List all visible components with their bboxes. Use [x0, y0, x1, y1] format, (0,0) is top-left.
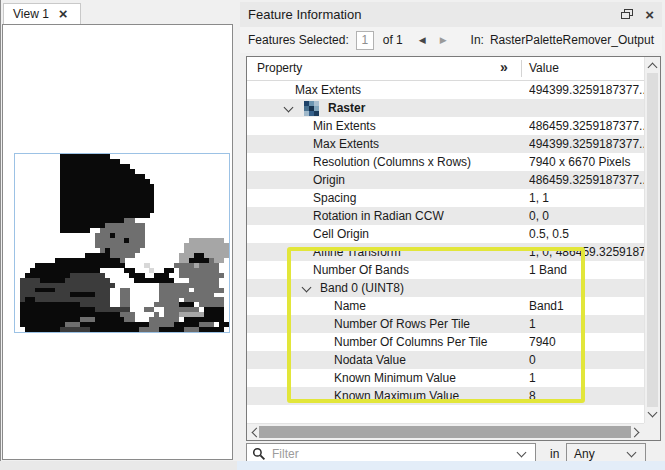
chevron-down-icon[interactable]	[302, 283, 312, 293]
property-cell: Min Extents	[313, 119, 376, 133]
value-cell: 486459.3259187377...	[529, 117, 657, 135]
value-cell: 0	[529, 351, 657, 369]
property-cell: Max Extents	[313, 137, 379, 151]
filter-input[interactable]	[270, 446, 512, 462]
value-cell: 1	[529, 369, 657, 387]
value-cell: Band1	[529, 297, 657, 315]
value-cell: 1	[529, 315, 657, 333]
property-cell: Nodata Value	[334, 353, 406, 367]
property-cell: Band 0 (UINT8)	[320, 281, 404, 295]
table-row[interactable]: Known Maximum Value8	[247, 387, 660, 405]
feature-type-name: RasterPaletteRemover_Output	[490, 33, 654, 47]
status-strip-left	[0, 461, 237, 470]
current-feature-field[interactable]: 1	[356, 31, 374, 50]
value-column-header[interactable]: Value	[529, 61, 559, 75]
table-header: Property » Value	[247, 57, 660, 81]
vertical-scrollbar-thumb[interactable]	[647, 73, 658, 407]
value-cell: 0.5, 0.5	[529, 225, 657, 243]
value-cell: 494399.3259187377...	[529, 135, 657, 153]
table-row[interactable]: Resolution (Columns x Rows)7940 x 6670 P…	[247, 153, 660, 171]
value-cell: 494399.3259187377...	[529, 81, 657, 99]
table-row[interactable]: Raster	[247, 99, 660, 117]
value-cell: 1, 1	[529, 189, 657, 207]
property-cell: Name	[334, 299, 366, 313]
property-cell: Max Extents	[295, 83, 361, 97]
float-panel-icon[interactable]	[621, 9, 633, 20]
raster-image[interactable]	[14, 153, 230, 333]
table-row[interactable]: NameBand1	[247, 297, 660, 315]
chevron-down-icon[interactable]	[284, 103, 294, 113]
table-body: Max Extents494399.3259187377...RasterMin…	[247, 81, 660, 405]
status-strip-right	[237, 461, 665, 470]
property-cell: Spacing	[313, 191, 356, 205]
property-cell: Origin	[313, 173, 345, 187]
map-view-canvas[interactable]	[2, 24, 233, 460]
property-cell: Number Of Bands	[313, 263, 409, 277]
value-cell: 8	[529, 387, 657, 405]
value-cell: 1, 0, 486459.32591873	[529, 243, 657, 261]
window-border	[0, 0, 1, 470]
property-cell: Cell Origin	[313, 227, 369, 241]
features-selected-label: Features Selected:	[248, 33, 349, 47]
search-icon	[252, 447, 266, 461]
table-row[interactable]: Number Of Rows Per Tile1	[247, 315, 660, 333]
table-row[interactable]: Affine Transform1, 0, 486459.32591873	[247, 243, 660, 261]
value-cell: 1 Band	[529, 261, 657, 279]
previous-feature-icon[interactable]: ◀	[419, 36, 426, 45]
value-cell: 7940 x 6670 Pixels	[529, 153, 657, 171]
scrollbar-corner	[644, 423, 660, 440]
table-row[interactable]: Cell Origin0.5, 0.5	[247, 225, 660, 243]
panel-title: Feature Information	[248, 7, 361, 22]
filter-in-label: in	[550, 447, 559, 461]
property-cell: Resolution (Columns x Rows)	[313, 155, 471, 169]
vertical-scrollbar[interactable]	[644, 57, 660, 423]
value-cell: 0, 0	[529, 207, 657, 225]
table-row[interactable]: Min Extents486459.3259187377...	[247, 117, 660, 135]
features-selected-bar: Features Selected: 1 of 1 ◀ ▶ In: Raster…	[240, 27, 662, 53]
expand-columns-button[interactable]: »	[500, 59, 508, 75]
feature-information-panel: Feature Information × Features Selected:…	[238, 0, 665, 462]
horizontal-scrollbar[interactable]	[247, 423, 644, 440]
scroll-right-icon[interactable]	[630, 428, 640, 438]
property-cell: Raster	[328, 101, 365, 115]
raster-icon	[304, 101, 319, 116]
application-window: View 1 × Feature Information × Features …	[0, 0, 665, 470]
scroll-up-icon[interactable]	[648, 63, 658, 73]
tab-view-1[interactable]: View 1 ×	[3, 3, 81, 24]
value-cell: 7940	[529, 333, 657, 351]
value-cell: 486459.3259187377...	[529, 171, 657, 189]
table-row[interactable]: Known Minimum Value1	[247, 369, 660, 387]
of-total-label: of 1	[383, 33, 403, 47]
table-row[interactable]: Origin486459.3259187377...	[247, 171, 660, 189]
chevron-down-icon	[627, 448, 637, 458]
property-cell: Rotation in Radian CCW	[313, 209, 444, 223]
table-row[interactable]: Spacing1, 1	[247, 189, 660, 207]
property-column-header[interactable]: Property	[257, 61, 302, 75]
chevron-down-icon[interactable]	[517, 448, 527, 458]
table-row[interactable]: Number Of Columns Per Tile7940	[247, 333, 660, 351]
horizontal-scrollbar-thumb[interactable]	[259, 426, 631, 438]
table-row[interactable]: Max Extents494399.3259187377...	[247, 81, 660, 99]
filter-scope-value: Any	[574, 447, 595, 461]
tab-close-icon[interactable]: ×	[59, 7, 68, 21]
property-cell: Known Maximum Value	[334, 389, 459, 403]
table-row[interactable]: Max Extents494399.3259187377...	[247, 135, 660, 153]
property-cell: Number Of Columns Per Tile	[334, 335, 487, 349]
property-cell: Number Of Rows Per Tile	[334, 317, 470, 331]
column-separator[interactable]	[521, 60, 522, 77]
table-row[interactable]: Number Of Bands1 Band	[247, 261, 660, 279]
close-panel-icon[interactable]: ×	[645, 9, 654, 21]
next-feature-icon[interactable]: ▶	[440, 36, 447, 45]
tab-label: View 1	[13, 7, 49, 21]
table-row[interactable]: Nodata Value0	[247, 351, 660, 369]
property-table: Property » Value Max Extents494399.32591…	[246, 56, 661, 441]
scroll-down-icon[interactable]	[648, 408, 658, 418]
property-cell: Affine Transform	[313, 245, 401, 259]
panel-titlebar: Feature Information ×	[240, 2, 662, 27]
table-row[interactable]: Band 0 (UINT8)	[247, 279, 660, 297]
in-label: In:	[471, 33, 484, 47]
property-cell: Known Minimum Value	[334, 371, 456, 385]
table-row[interactable]: Rotation in Radian CCW0, 0	[247, 207, 660, 225]
